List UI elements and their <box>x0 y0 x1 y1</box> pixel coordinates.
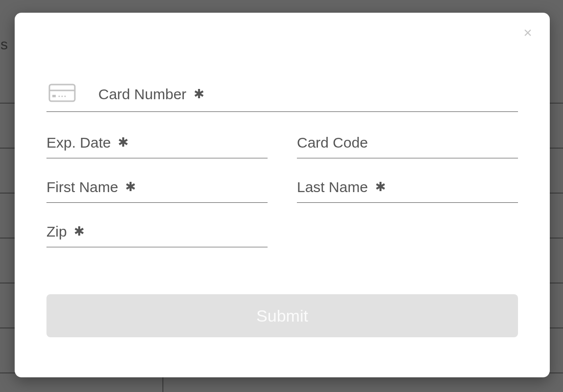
first-name-label: First Name <box>46 179 118 195</box>
payment-form: Card Number ✱ Exp. Date ✱ Card Code Firs… <box>46 86 518 268</box>
required-icon: ✱ <box>74 224 85 239</box>
zip-label: Zip <box>46 223 67 240</box>
card-number-field[interactable]: Card Number ✱ <box>46 86 518 112</box>
svg-point-5 <box>58 95 60 97</box>
first-name-field[interactable]: First Name ✱ <box>46 179 268 203</box>
svg-rect-4 <box>52 95 56 97</box>
card-code-label: Card Code <box>297 134 368 151</box>
last-name-label: Last Name <box>297 179 368 195</box>
payment-modal: Card Number ✱ Exp. Date ✱ Card Code Firs… <box>15 13 550 377</box>
exp-date-field[interactable]: Exp. Date ✱ <box>46 134 268 158</box>
card-number-label: Card Number <box>98 86 186 102</box>
submit-button[interactable]: Submit <box>46 294 518 337</box>
svg-rect-2 <box>49 85 75 101</box>
credit-card-icon <box>48 83 76 105</box>
close-button[interactable] <box>520 25 535 40</box>
close-icon <box>523 27 532 38</box>
required-icon: ✱ <box>194 87 204 102</box>
exp-date-label: Exp. Date <box>46 134 111 151</box>
card-code-field[interactable]: Card Code <box>297 134 518 158</box>
svg-point-6 <box>61 95 63 97</box>
required-icon: ✱ <box>125 179 136 195</box>
last-name-field[interactable]: Last Name ✱ <box>297 179 518 203</box>
submit-button-label: Submit <box>256 306 308 325</box>
zip-field[interactable]: Zip ✱ <box>46 223 268 247</box>
svg-point-7 <box>64 95 66 97</box>
required-icon: ✱ <box>375 179 386 195</box>
required-icon: ✱ <box>118 135 129 150</box>
spacer <box>297 223 518 268</box>
